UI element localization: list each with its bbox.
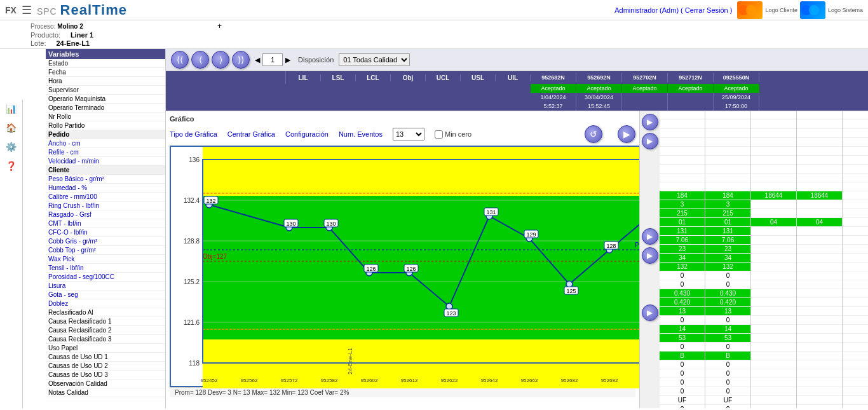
fx-label: FX	[5, 5, 17, 15]
menu-icon[interactable]: ☰	[22, 3, 32, 17]
data-cell-1-13: 131	[705, 227, 750, 236]
scroll-buttons-col: ▶ ▶ ▶ ▶ ▶	[639, 111, 660, 408]
var-item-28[interactable]: Reclasificado Al	[46, 308, 165, 317]
data-cell-1-15: 23	[705, 245, 750, 254]
var-item-37[interactable]: Notas Calidad	[46, 388, 165, 397]
nav-next-btn[interactable]: ⟩	[212, 51, 229, 69]
var-item-21[interactable]: Cobb Top - gr/m²	[46, 246, 165, 255]
var-item-7[interactable]: Rollo Partido	[46, 121, 165, 130]
admin-link[interactable]: Administrador (Adm) ( Cerrar Sesión )	[614, 6, 732, 14]
chart-nav-right[interactable]: ▶	[618, 125, 635, 143]
num-eventos-select[interactable]: 13 20 30	[393, 128, 424, 140]
var-item-14[interactable]: Humedad - %	[46, 184, 165, 193]
disposicion-select[interactable]: 01 Todas Calidad	[339, 53, 410, 66]
var-item-30[interactable]: Causa Reclasificado 2	[46, 326, 165, 335]
lote-value: 24-Ene-L1	[56, 39, 90, 47]
var-item-3[interactable]: Supervisor	[46, 86, 165, 95]
data-cell-2-4	[751, 147, 796, 156]
var-item-18[interactable]: CMT - lbf/in	[46, 219, 165, 228]
settings-icon[interactable]: ⚙️	[5, 140, 18, 153]
scroll-down-btn-3[interactable]: ▶	[642, 247, 658, 264]
data-cell-1-10: 3	[705, 200, 750, 209]
var-item-35[interactable]: Causas de Uso UD 3	[46, 371, 165, 379]
var-item-5[interactable]: Operario Terminado	[46, 104, 165, 113]
var-item-10[interactable]: Refile - cm	[46, 148, 165, 157]
chart-icon[interactable]: 📊	[5, 102, 18, 115]
lcl-header: LCL	[356, 74, 391, 81]
data-cell-2-23	[751, 316, 796, 325]
var-item-33[interactable]: Causas de Uso UD 1	[46, 353, 165, 362]
disposicion-label: Disposición	[298, 56, 334, 64]
data-cell-4-27	[843, 352, 868, 360]
tipo-grafica-link[interactable]: Tipo de Gráfica	[170, 130, 217, 138]
data-cell-4-19	[843, 280, 868, 289]
nav-prev-btn[interactable]: ⟨	[191, 51, 209, 69]
help-icon[interactable]: ❓	[5, 160, 18, 172]
data-cell-0-15: 23	[660, 245, 705, 254]
data-cell-1-12: 01	[705, 218, 750, 227]
var-item-17[interactable]: Rasgado - Grsf	[46, 210, 165, 219]
page-input[interactable]	[262, 53, 283, 66]
data-cell-1-31: 0	[705, 387, 750, 396]
configuracion-link[interactable]: Configuración	[285, 130, 329, 138]
scroll-down-btn-2[interactable]: ▶	[642, 228, 658, 245]
nav-first-btn[interactable]: ⟨⟨	[171, 51, 189, 69]
home-icon[interactable]: 🏠	[5, 121, 18, 134]
col-header-0925550N: 0925550N	[714, 73, 759, 82]
data-cell-2-2	[751, 129, 796, 138]
var-item-4[interactable]: Operario Maquinista	[46, 95, 165, 104]
var-item-25[interactable]: Lisura	[46, 282, 165, 290]
data-cell-4-11	[843, 209, 868, 218]
data-cell-3-33	[797, 405, 842, 408]
var-item-31[interactable]: Causa Reclasificado 3	[46, 335, 165, 344]
data-cell-2-24	[751, 325, 796, 334]
centrar-grafica-link[interactable]: Centrar Gráfica	[227, 130, 275, 138]
data-cell-1-23: 0	[705, 316, 750, 325]
var-item-16[interactable]: Ring Crush - lbf/in	[46, 202, 165, 210]
data-cell-1-5	[705, 156, 750, 165]
nav-last-btn[interactable]: ⟩⟩	[232, 51, 250, 69]
refresh-btn[interactable]: ↺	[585, 125, 602, 143]
var-item-34[interactable]: Causas de Uso UD 2	[46, 362, 165, 371]
data-cell-1-3	[705, 138, 750, 147]
var-item-13[interactable]: Peso Básico - gr/m²	[46, 175, 165, 184]
var-item-22[interactable]: Wax Pick	[46, 255, 165, 264]
data-cell-0-26: 0	[660, 343, 705, 352]
var-item-36[interactable]: Observación Calidad	[46, 379, 165, 388]
var-item-6[interactable]: Nr Rollo	[46, 113, 165, 121]
data-cell-4-30	[843, 378, 868, 387]
var-item-2[interactable]: Hora	[46, 77, 165, 86]
var-item-11[interactable]: Velocidad - m/min	[46, 157, 165, 166]
var-item-27[interactable]: Doblez	[46, 299, 165, 308]
scroll-down-btn-4[interactable]: ▶	[642, 304, 658, 321]
var-item-20[interactable]: Cobb Gris - gr/m²	[46, 237, 165, 246]
data-cell-4-20	[843, 289, 868, 298]
data-cell-4-16	[843, 254, 868, 263]
var-item-26[interactable]: Gota - seg	[46, 290, 165, 299]
accepted-952702N: Aceptado	[622, 84, 668, 93]
var-item-15[interactable]: Calibre - mm/100	[46, 193, 165, 202]
svg-text:132.4: 132.4	[184, 197, 200, 204]
var-item-0[interactable]: Estado	[46, 59, 165, 68]
var-item-19[interactable]: CFC-O - lbf/in	[46, 228, 165, 237]
var-item-32[interactable]: Uso Papel	[46, 344, 165, 353]
process-bar: Proceso: Molino 2 + Producto: Liner 1 Lo…	[0, 20, 868, 49]
var-item-23[interactable]: Tensil - lbf/in	[46, 264, 165, 273]
min-cero-checkbox[interactable]	[435, 130, 443, 139]
svg-text:952602: 952602	[361, 378, 378, 383]
var-item-8[interactable]: Pedido	[46, 130, 165, 139]
data-cell-2-1	[751, 120, 796, 129]
svg-point-1	[746, 5, 756, 15]
accepted-952692N: Aceptado	[576, 84, 622, 93]
var-item-24[interactable]: Porosidad - seg/100CC	[46, 273, 165, 282]
data-cell-1-33: 0	[705, 405, 750, 408]
accepted-952712N: Aceptado	[668, 84, 714, 93]
var-item-29[interactable]: Causa Reclasificado 1	[46, 317, 165, 326]
scroll-up-btn[interactable]: ▶	[642, 114, 658, 130]
data-cell-0-23: 0	[660, 316, 705, 325]
scroll-down-btn-1[interactable]: ▶	[642, 133, 658, 149]
var-item-9[interactable]: Ancho - cm	[46, 139, 165, 148]
data-cell-3-7	[797, 174, 842, 182]
var-item-1[interactable]: Fecha	[46, 68, 165, 77]
var-item-12[interactable]: Cliente	[46, 166, 165, 175]
